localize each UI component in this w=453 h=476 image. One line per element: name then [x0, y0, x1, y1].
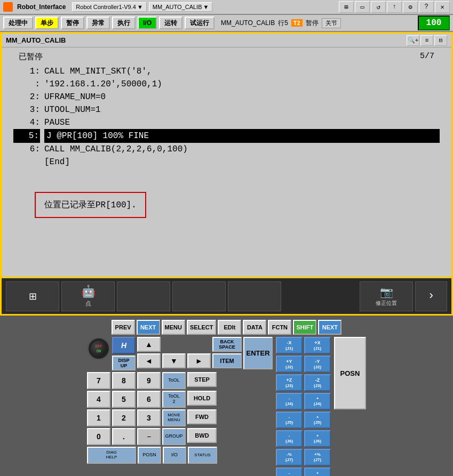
kb-diag-help-btn[interactable]: DIAG HELP — [87, 447, 136, 464]
kb-edit-btn[interactable]: EDIt — [218, 320, 241, 335]
kb-j7-plus-btn[interactable]: +% (J7) — [304, 449, 331, 466]
upload-icon-btn[interactable]: ↑ — [387, 1, 402, 13]
prog-line-4: 4: PAUSE — [8, 116, 445, 129]
kb-j6-minus-btn[interactable]: - (J6) — [276, 430, 303, 447]
kb-back-space-btn[interactable]: BACKSPACE — [212, 337, 242, 352]
kb-arrow-left-btn[interactable]: ◄ — [137, 353, 161, 368]
kb-bwd-btn[interactable]: BWD — [187, 428, 217, 443]
exec-btn[interactable]: 执行 — [112, 17, 136, 29]
kb-num-6[interactable]: 6 — [137, 391, 161, 408]
split-icon-btn[interactable]: ▭ — [355, 1, 370, 13]
kb-row-top: OFF ON H DISPUP ▲ ◄ ▼ — [87, 337, 273, 370]
kb-prev-btn[interactable]: PREV — [112, 320, 135, 335]
menu-icon-btn[interactable]: ≡ — [420, 35, 433, 46]
kb-j3-plus-btn[interactable]: -Z (J3) — [304, 374, 331, 391]
kb-item-btn[interactable]: ITEM — [212, 353, 242, 368]
kb-right-row2: +Y (J2) -Y (J2) — [276, 356, 331, 373]
kb-fctn-btn[interactable]: FCTN — [268, 320, 291, 335]
kb-j1-plus-btn[interactable]: +X (J1) — [304, 337, 331, 354]
kb-arrow-up-btn[interactable]: ▲ — [137, 337, 161, 352]
kb-next-btn[interactable]: NEXT — [318, 320, 341, 335]
hyundai-logo-btn[interactable]: H — [112, 337, 136, 354]
off-on-button[interactable]: OFF ON — [87, 337, 110, 360]
kb-num-1[interactable]: 1 — [87, 409, 110, 426]
kb-j8-plus-btn[interactable]: + (J8) — [304, 467, 331, 476]
kb-j3-minus-btn[interactable]: +Z (J3) — [276, 374, 303, 391]
kb-j4-minus-btn[interactable]: - (J4) — [276, 393, 303, 410]
kb-j6-plus-btn[interactable]: + (J6) — [304, 430, 331, 447]
kb-j5-plus-btn[interactable]: + (J5) — [304, 412, 331, 429]
toolbar-robot-btn[interactable]: 🤖 点 — [61, 281, 115, 311]
grid-icon-btn[interactable]: ⊞ — [339, 1, 354, 13]
program-dropdown[interactable]: MM_AUTO_CALIB ▼ — [149, 2, 213, 12]
toolbar-empty-btn3[interactable] — [117, 281, 170, 311]
posn-right-btn[interactable]: POSN — [334, 337, 366, 409]
pause-btn[interactable]: 暂停 — [61, 17, 84, 29]
tool-label: ToOL — [168, 378, 180, 383]
kb-num-8[interactable]: 8 — [112, 372, 136, 389]
prog-status-left: 已暂停 — [19, 52, 43, 62]
kb-num-9[interactable]: 9 — [137, 372, 161, 389]
controller-dropdown[interactable]: Robot Controller1-V9.4 ▼ — [72, 2, 146, 12]
run-btn[interactable]: 运转 — [159, 17, 182, 29]
message-text: 位置已记录至PR[100]. — [44, 200, 137, 210]
kb-num-2[interactable]: 2 — [112, 409, 136, 426]
toolbar-grid-btn[interactable]: ⊞ — [6, 281, 59, 311]
close-icon-btn[interactable]: ✕ — [435, 1, 450, 13]
kb-j1-minus-btn[interactable]: -X (J1) — [276, 337, 303, 354]
io-btn[interactable]: I/O — [138, 17, 157, 29]
kb-select-btn[interactable]: SELECT — [187, 320, 216, 335]
kb-step-btn[interactable]: STEP — [187, 372, 217, 387]
kb-menu-btn[interactable]: MENU — [162, 320, 185, 335]
keyboard-right: -X (J1) +X (J1) +Y (J2) -Y (J2) — [276, 337, 331, 476]
kb-group-btn[interactable]: GROUP — [162, 428, 186, 445]
kb-move-menu-btn[interactable]: MOVE MENU — [162, 409, 186, 426]
error-btn[interactable]: 异常 — [86, 17, 110, 29]
kb-j2-plus-btn[interactable]: -Y (J2) — [304, 356, 331, 373]
trial-btn[interactable]: 试运行 — [185, 17, 214, 29]
toolbar-empty-btn5[interactable] — [228, 281, 281, 311]
kb-io-bottom-btn[interactable]: I/O — [163, 447, 186, 464]
kb-posn-bottom-btn[interactable]: POSN — [138, 447, 161, 464]
kb-j8-minus-btn[interactable]: - (J8) — [276, 467, 303, 476]
kb-arrow-right-btn[interactable]: ► — [187, 353, 211, 368]
kb-j7-minus-btn[interactable]: -% (J7) — [276, 449, 303, 466]
toolbar-camera-btn[interactable]: 📷 修正位置 — [360, 281, 413, 311]
kb-shift-btn[interactable]: SHIFT — [293, 320, 316, 335]
kb-dot-btn[interactable]: . — [112, 428, 136, 445]
kb-tool2-btn[interactable]: ToOL — [162, 372, 186, 389]
kb-data-btn[interactable]: DATA — [243, 320, 266, 335]
robot-logo-icon — [3, 2, 13, 12]
kb-minus-btn[interactable]: − — [137, 428, 161, 445]
toolbar-empty-btn4[interactable] — [172, 281, 226, 311]
kb-num-4[interactable]: 4 — [87, 391, 110, 408]
kb-next-top-btn[interactable]: NEXT — [137, 320, 160, 335]
step-btn[interactable]: 单步 — [35, 17, 59, 29]
kb-hold-btn[interactable]: HOLD — [187, 391, 217, 406]
kb-j4-plus-btn[interactable]: + (J4) — [304, 393, 331, 410]
kb-j2-minus-btn[interactable]: +Y (J2) — [276, 356, 303, 373]
kb-fwd-btn[interactable]: FWD — [187, 409, 217, 424]
zoom-icon-btn[interactable]: 🔍+ — [407, 35, 419, 46]
prog-status-right: 5/7 — [420, 52, 434, 62]
kb-num-5[interactable]: 5 — [112, 391, 136, 408]
help-icon-btn[interactable]: ? — [419, 1, 434, 13]
kb-disp-up-btn[interactable]: DISPUP — [112, 356, 136, 370]
speed-indicator: 100 — [418, 15, 450, 30]
kb-arrow-down-btn[interactable]: ▼ — [162, 353, 186, 368]
kb-num-0[interactable]: 0 — [87, 428, 110, 445]
kb-right-row7: -% (J7) +% (J7) — [276, 449, 331, 466]
kb-num-3[interactable]: 3 — [137, 409, 161, 426]
processing-btn[interactable]: 处理中 — [3, 17, 33, 29]
kb-num-7[interactable]: 7 — [87, 372, 110, 389]
status-info: MM_AUTO_CALIB 行5 T2 暂停 关节 — [221, 18, 341, 28]
kb-tool2-2-btn[interactable]: ToOL 2 — [162, 391, 186, 408]
split-prog-icon-btn[interactable]: ⊟ — [434, 35, 447, 46]
refresh-icon-btn[interactable]: ↺ — [371, 1, 386, 13]
message-container: 位置已记录至PR[100]. — [19, 181, 434, 229]
settings-icon-btn[interactable]: ⚙ — [403, 1, 418, 13]
kb-status-bottom-btn[interactable]: STATUS — [188, 447, 217, 464]
kb-enter-btn[interactable]: ENTER — [243, 337, 273, 369]
kb-j5-minus-btn[interactable]: - (J5) — [276, 412, 303, 429]
toolbar-next-btn[interactable]: › — [415, 281, 447, 311]
